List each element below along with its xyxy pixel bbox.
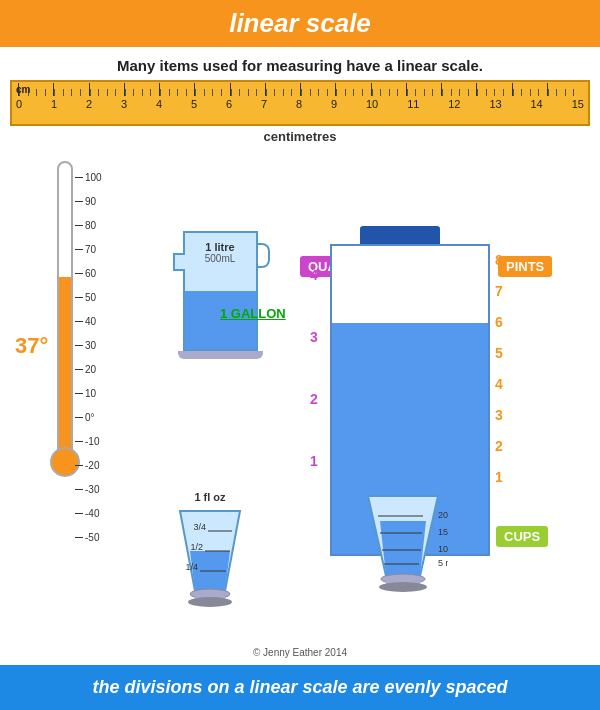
thermo-scale-value: 40 — [85, 316, 96, 327]
thermo-scale-value: -20 — [85, 460, 99, 471]
thermo-scale-item: -30 — [75, 477, 102, 501]
cups-label: CUPS — [496, 526, 548, 547]
thermo-scale-value: 10 — [85, 388, 96, 399]
ruler-number: 2 — [86, 98, 92, 110]
thermo-dash — [75, 177, 83, 178]
cup-left: 1 fl oz 3/4 1/2 1/4 — [170, 491, 250, 616]
jug-label: 1 litre — [185, 233, 256, 253]
pints-tick-8: 8 — [495, 244, 503, 275]
jug-body: 1 litre 500mL — [183, 231, 258, 351]
thermo-dash — [75, 321, 83, 322]
thermo-scale-item: -10 — [75, 429, 102, 453]
quarts-scale: 4 3 2 1 — [310, 244, 318, 492]
thermo-scale-item: 10 — [75, 381, 102, 405]
copyright: © Jenny Eather 2014 — [0, 647, 600, 658]
thermo-scale-item: -50 — [75, 525, 102, 549]
page-header: linear scale — [0, 0, 600, 47]
quarts-tick-1: 1 — [310, 430, 318, 492]
pints-tick-5: 5 — [495, 337, 503, 368]
quarts-tick-4: 4 — [310, 244, 318, 306]
ruler-tick-segment — [476, 82, 511, 96]
ruler-tick-segment — [441, 82, 476, 96]
page-title: linear scale — [0, 8, 600, 39]
jug-base — [178, 351, 263, 359]
jug-handle — [256, 243, 270, 268]
ruler-numbers: 0123456789101112131415 — [12, 96, 588, 110]
pints-label: PINTS — [498, 256, 552, 277]
thermo-dash — [75, 513, 83, 514]
ruler-tick-segment — [53, 82, 88, 96]
svg-text:1/2: 1/2 — [190, 542, 203, 552]
thermometer-scale: 1009080706050403020100°-10-20-30-40-50 — [75, 165, 102, 549]
ruler-number: 13 — [489, 98, 501, 110]
ruler-tick-segment — [124, 82, 159, 96]
thermo-scale-value: 20 — [85, 364, 96, 375]
thermo-dash — [75, 489, 83, 490]
ruler-number: 10 — [366, 98, 378, 110]
thermometer: 37° 1009080706050403020100°-10-20-30-40-… — [15, 161, 95, 521]
thermo-scale-item: 80 — [75, 213, 102, 237]
svg-text:15 ml: 15 ml — [438, 527, 448, 537]
pints-tick-4: 4 — [495, 368, 503, 399]
thermo-scale-value: 30 — [85, 340, 96, 351]
cup-left-svg: 3/4 1/2 1/4 — [170, 506, 250, 616]
ruler-label: centimetres — [0, 126, 600, 147]
jug-sublabel: 500mL — [185, 253, 256, 264]
thermo-dash — [75, 249, 83, 250]
thermo-dash — [75, 417, 83, 418]
thermo-dash — [75, 345, 83, 346]
ruler-tick-segment — [159, 82, 194, 96]
thermo-scale-value: 50 — [85, 292, 96, 303]
thermo-scale-value: 90 — [85, 196, 96, 207]
ruler-tick-segment — [547, 82, 582, 96]
thermometer-reading: 37° — [15, 333, 48, 359]
thermo-scale-item: 100 — [75, 165, 102, 189]
svg-marker-12 — [380, 521, 426, 576]
ruler-tick-segment — [406, 82, 441, 96]
thermo-dash — [75, 297, 83, 298]
thermo-dash — [75, 393, 83, 394]
svg-text:10 ml: 10 ml — [438, 544, 448, 554]
ruler-number: 6 — [226, 98, 232, 110]
thermo-scale-item: 20 — [75, 357, 102, 381]
litre-jug: 1 litre 500mL — [175, 231, 265, 359]
thermometer-tube — [57, 161, 73, 451]
svg-point-23 — [379, 582, 427, 592]
thermo-scale-item: 90 — [75, 189, 102, 213]
ruler-tick-segment — [512, 82, 547, 96]
thermo-scale-item: 50 — [75, 285, 102, 309]
thermo-scale-value: -50 — [85, 532, 99, 543]
thermo-scale-value: -30 — [85, 484, 99, 495]
thermo-scale-value: 70 — [85, 244, 96, 255]
svg-point-10 — [188, 597, 232, 607]
main-content: 37° 1009080706050403020100°-10-20-30-40-… — [0, 151, 600, 591]
ruler-tick-segment — [371, 82, 406, 96]
ruler-number: 1 — [51, 98, 57, 110]
ruler-number: 12 — [448, 98, 460, 110]
ruler-tick-segment — [194, 82, 229, 96]
ruler-number: 15 — [572, 98, 584, 110]
thermo-scale-item: 0° — [75, 405, 102, 429]
cup-left-label: 1 fl oz — [170, 491, 250, 503]
thermo-scale-item: 30 — [75, 333, 102, 357]
ruler-number: 11 — [407, 98, 419, 110]
thermo-scale-value: -40 — [85, 508, 99, 519]
thermo-scale-item: -20 — [75, 453, 102, 477]
ruler-number: 8 — [296, 98, 302, 110]
pints-tick-7: 7 — [495, 275, 503, 306]
pints-scale: 8 7 6 5 4 3 2 1 — [495, 244, 503, 492]
svg-text:1/4: 1/4 — [185, 562, 198, 572]
thermo-scale-value: 80 — [85, 220, 96, 231]
thermo-scale-item: 60 — [75, 261, 102, 285]
svg-text:3/4: 3/4 — [193, 522, 206, 532]
footer: the divisions on a linear scale are even… — [0, 665, 600, 710]
ruler-tick-segment — [265, 82, 300, 96]
cup-right: 20 ml 15 ml 10 ml 5 ml — [358, 491, 448, 601]
quarts-tick-2: 2 — [310, 368, 318, 430]
thermo-scale-item: 70 — [75, 237, 102, 261]
ruler-number: 14 — [531, 98, 543, 110]
thermo-scale-value: 100 — [85, 172, 102, 183]
thermo-scale-item: -40 — [75, 501, 102, 525]
subtitle: Many items used for measuring have a lin… — [0, 47, 600, 80]
thermo-dash — [75, 441, 83, 442]
